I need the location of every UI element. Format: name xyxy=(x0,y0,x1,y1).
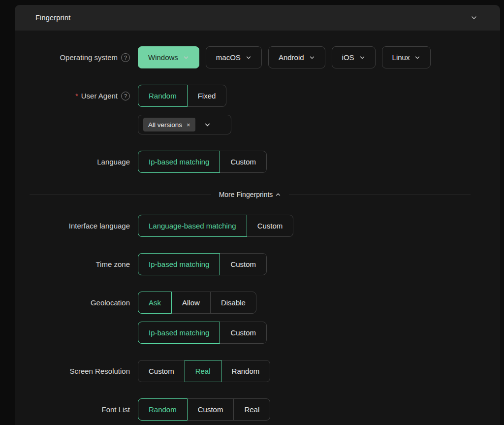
screen-resolution-option-real[interactable]: Real xyxy=(185,360,221,382)
option-label: Random xyxy=(149,92,177,100)
screen-resolution-option-custom[interactable]: Custom xyxy=(138,360,185,382)
chevron-down-icon xyxy=(309,55,315,61)
option-label: Random xyxy=(149,405,177,414)
chevron-down-icon xyxy=(414,55,420,61)
more-fingerprints-divider: More Fingerprints xyxy=(30,191,471,198)
font-list-seg-group: Random Custom Real xyxy=(138,398,270,421)
interface-language-label-group: Interface language xyxy=(15,222,130,230)
time-zone-option-ip-based[interactable]: Ip-based matching xyxy=(138,253,220,275)
option-label: Custom xyxy=(149,367,174,375)
geolocation-matching-option-ip-based[interactable]: Ip-based matching xyxy=(138,322,220,344)
font-list-option-real[interactable]: Real xyxy=(233,398,270,421)
divider-line xyxy=(30,195,211,195)
interface-language-option-language-based[interactable]: Language-based matching xyxy=(138,215,247,237)
os-option-ios[interactable]: iOS xyxy=(332,46,376,68)
chevron-down-icon xyxy=(246,55,252,61)
os-option-macos[interactable]: macOS xyxy=(206,46,262,68)
language-option-custom[interactable]: Custom xyxy=(220,151,267,173)
more-fingerprints-toggle[interactable]: More Fingerprints xyxy=(219,191,282,198)
help-icon[interactable]: ? xyxy=(121,53,130,62)
row-language: Language Ip-based matching Custom xyxy=(15,151,485,173)
user-agent-label-group: * User Agent ? xyxy=(15,92,130,100)
option-label: Custom xyxy=(230,260,256,268)
language-label: Language xyxy=(97,158,130,166)
option-label: Custom xyxy=(198,405,223,414)
row-user-agent-versions: All versions × xyxy=(15,115,485,134)
geolocation-option-disable[interactable]: Disable xyxy=(210,292,256,314)
screen-resolution-seg-group: Custom Real Random xyxy=(138,360,270,382)
geolocation-mode-seg-group: Ask Allow Disable xyxy=(138,292,256,314)
time-zone-label-group: Time zone xyxy=(15,260,130,268)
required-marker: * xyxy=(75,92,78,100)
user-agent-seg-group: Random Fixed xyxy=(138,85,226,107)
option-label: Custom xyxy=(230,158,256,166)
option-label: Real xyxy=(244,405,259,414)
remove-tag-icon[interactable]: × xyxy=(187,122,190,128)
versions-tag: All versions × xyxy=(143,118,195,131)
font-list-label-group: Font List xyxy=(15,405,130,414)
user-agent-option-random[interactable]: Random xyxy=(138,85,188,107)
chevron-down-icon[interactable] xyxy=(471,14,477,21)
geolocation-matching-option-custom[interactable]: Custom xyxy=(220,322,267,344)
versions-select[interactable]: All versions × xyxy=(138,115,231,134)
user-agent-options: Random Fixed xyxy=(138,85,226,107)
fingerprint-section-header[interactable]: Fingerprint xyxy=(15,5,500,31)
option-label: Custom xyxy=(230,328,256,337)
user-agent-option-fixed[interactable]: Fixed xyxy=(187,85,227,107)
time-zone-options: Ip-based matching Custom xyxy=(138,253,267,275)
interface-language-option-custom[interactable]: Custom xyxy=(247,215,294,237)
help-icon[interactable]: ? xyxy=(121,92,130,100)
os-option-android[interactable]: Android xyxy=(268,46,325,68)
time-zone-seg-group: Ip-based matching Custom xyxy=(138,253,267,275)
option-label: Disable xyxy=(221,298,246,307)
geolocation-mode-options: Ask Allow Disable xyxy=(138,292,256,314)
row-user-agent: * User Agent ? Random Fixed xyxy=(15,85,485,107)
option-label: Ask xyxy=(149,298,161,307)
operating-system-options: Windows macOS Android xyxy=(138,46,437,68)
font-list-option-custom[interactable]: Custom xyxy=(187,398,234,421)
page-background: Fingerprint Operating system ? Windows xyxy=(0,0,504,425)
os-option-label: Windows xyxy=(148,53,178,62)
panel-title: Fingerprint xyxy=(35,14,71,22)
os-option-label: Android xyxy=(279,53,304,62)
option-label: Language-based matching xyxy=(149,222,236,230)
geolocation-matching-seg-group: Ip-based matching Custom xyxy=(138,322,267,344)
language-options: Ip-based matching Custom xyxy=(138,151,267,173)
os-option-label: macOS xyxy=(216,53,241,62)
operating-system-label: Operating system xyxy=(60,53,118,62)
fingerprint-panel: Fingerprint Operating system ? Windows xyxy=(15,5,500,425)
language-seg-group: Ip-based matching Custom xyxy=(138,151,267,173)
interface-language-options: Language-based matching Custom xyxy=(138,215,293,237)
interface-language-seg-group: Language-based matching Custom xyxy=(138,215,293,237)
chevron-down-icon xyxy=(183,55,189,61)
geolocation-label: Geolocation xyxy=(91,298,130,307)
chevron-down-icon[interactable] xyxy=(204,122,211,128)
font-list-option-random[interactable]: Random xyxy=(138,398,188,421)
screen-resolution-option-random[interactable]: Random xyxy=(221,360,271,382)
option-label: Random xyxy=(232,367,260,375)
os-option-label: iOS xyxy=(342,53,354,62)
option-label: Ip-based matching xyxy=(149,260,209,268)
versions-tag-label: All versions xyxy=(148,121,182,129)
row-geolocation: Geolocation Ask Allow Disable xyxy=(15,292,485,314)
row-operating-system: Operating system ? Windows macOS xyxy=(15,46,485,68)
language-option-ip-based[interactable]: Ip-based matching xyxy=(138,151,220,173)
option-label: Fixed xyxy=(198,92,216,100)
option-label: Ip-based matching xyxy=(149,328,209,337)
option-label: Ip-based matching xyxy=(149,158,209,166)
row-geolocation-matching: Ip-based matching Custom xyxy=(15,322,485,344)
language-label-group: Language xyxy=(15,158,130,166)
os-option-windows[interactable]: Windows xyxy=(138,46,199,68)
row-interface-language: Interface language Language-based matchi… xyxy=(15,215,485,237)
geolocation-option-ask[interactable]: Ask xyxy=(138,292,172,314)
row-screen-resolution: Screen Resolution Custom Real Random xyxy=(15,360,485,382)
geolocation-label-group: Geolocation xyxy=(15,298,130,307)
os-option-linux[interactable]: Linux xyxy=(382,46,431,68)
time-zone-option-custom[interactable]: Custom xyxy=(220,253,267,275)
screen-resolution-label: Screen Resolution xyxy=(69,367,130,375)
user-agent-versions-controls: All versions × xyxy=(138,115,231,134)
geolocation-option-allow[interactable]: Allow xyxy=(171,292,211,314)
font-list-options: Random Custom Real xyxy=(138,398,270,421)
chevron-down-icon xyxy=(359,55,365,61)
divider-line xyxy=(289,195,471,195)
